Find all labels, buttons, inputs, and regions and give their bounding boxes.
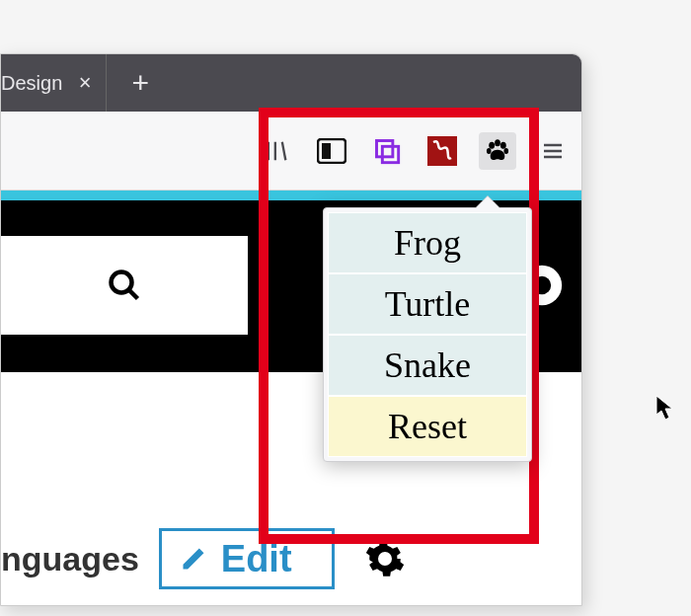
search-icon [107,268,142,303]
pdf-icon[interactable] [423,132,461,170]
svg-rect-4 [322,143,331,159]
svg-point-12 [503,148,508,154]
svg-point-16 [112,272,132,293]
languages-label: nguages [1,540,139,578]
svg-point-9 [495,139,500,146]
browser-tab[interactable]: Design × [1,54,107,112]
library-icon[interactable] [258,132,295,170]
popup-item-snake[interactable]: Snake [328,335,527,396]
svg-rect-5 [377,140,393,156]
popup-item-frog[interactable]: Frog [328,212,527,273]
gear-icon [364,538,406,579]
copy-icon[interactable] [368,132,406,170]
new-tab-button[interactable]: + [120,63,160,103]
reader-icon[interactable] [313,132,350,170]
mouse-cursor [655,395,675,423]
extension-popup: Frog Turtle Snake Reset [323,207,532,462]
pencil-icon [180,545,207,573]
edit-button[interactable]: Edit [159,528,335,589]
settings-button[interactable] [354,528,416,589]
paw-icon [484,137,511,165]
svg-point-19 [533,276,551,294]
popup-item-reset[interactable]: Reset [328,396,527,457]
menu-icon[interactable] [534,132,572,170]
svg-point-10 [500,141,506,148]
svg-rect-7 [427,136,457,166]
tab-bar: Design × + [1,54,581,112]
edit-label: Edit [221,538,292,580]
tab-title: Design [1,72,62,95]
toolbar [1,112,581,191]
svg-line-17 [129,290,138,299]
paw-extension-button[interactable] [479,132,516,170]
svg-point-11 [487,148,492,154]
svg-rect-6 [382,146,398,162]
svg-point-8 [489,141,495,148]
close-icon[interactable]: × [74,72,96,94]
svg-line-2 [282,141,286,160]
popup-item-turtle[interactable]: Turtle [328,273,527,335]
action-row: nguages Edit [1,528,581,599]
search-box[interactable] [1,236,248,335]
